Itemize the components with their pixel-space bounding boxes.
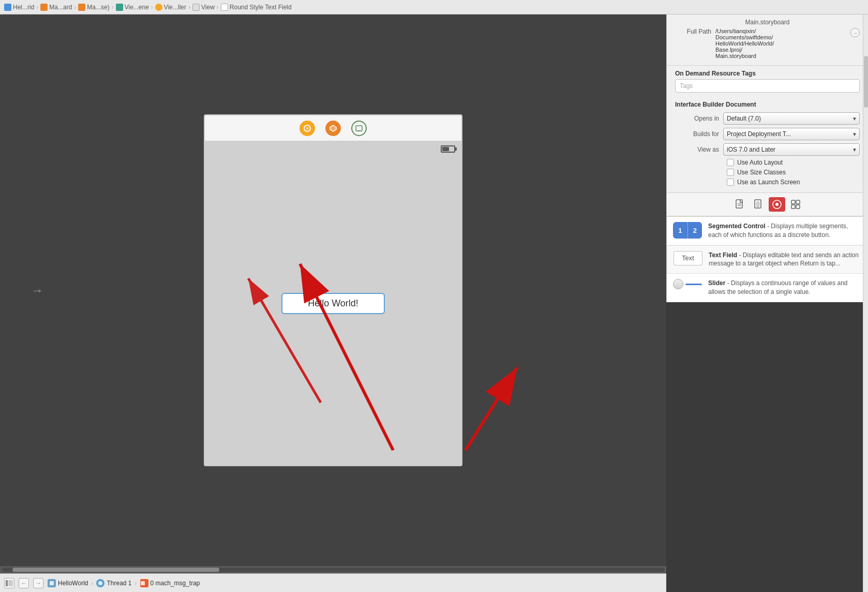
auto-layout-row: Use Auto Layout [675,159,860,166]
component-list: 1 2 Segmented Control - Displays multipl… [667,216,868,302]
view-as-dropdown[interactable]: iOS 7.0 and Later ▼ [723,143,860,156]
quick-help-icon[interactable]: {} [750,197,767,212]
bottom-sep-1: › [91,580,93,587]
breadcrumb-sep-5: › [188,4,190,11]
builds-for-row: Builds for Project Deployment T... ▼ [675,128,860,140]
builds-for-dropdown[interactable]: Project Deployment T... ▼ [723,128,860,140]
text-field-name: Text Field [709,251,737,259]
slider-preview-container [673,279,702,289]
slider-name: Slider [708,279,725,287]
right-panel: Main.storyboard Full Path /Users/tianqix… [666,14,868,302]
segmented-control-name: Segmented Control [708,223,766,230]
text-field-item[interactable]: Text Text Field - Displays editable text… [667,245,868,274]
project-small-icon [48,579,56,587]
filename-display: Main.storyboard [675,19,860,26]
iphone-screen: Hello World! [205,141,461,465]
project-icon [4,4,11,11]
bottom-toolbar: ← → HelloWorld › Thread 1 › [0,573,666,592]
mach-icon [140,579,148,587]
opens-in-dropdown[interactable]: Default (7.0) ▼ [723,112,860,125]
size-classes-row: Use Size Classes [675,169,860,176]
text-field-text: - [739,251,742,259]
breadcrumb-item-4[interactable]: Vie...ene [116,4,149,11]
size-classes-label: Use Size Classes [737,169,786,176]
breadcrumb-item-6[interactable]: View [192,4,215,11]
navigate-back-button[interactable]: ← [19,578,29,588]
breadcrumb-item-2[interactable]: Ma...ard [40,4,72,11]
fullpath-value: /Users/tianqixin/ Documents/swiftdemo/ H… [715,28,848,59]
builds-for-arrow: ▼ [852,131,857,137]
svg-rect-18 [791,200,795,204]
breadcrumb-item-1[interactable]: Hel...rid [4,4,34,11]
breadcrumb-bar: Hel...rid › Ma...ard › Ma...se) › Vie...… [0,0,868,14]
ib-section-title: Interface Builder Document [675,101,860,108]
auto-layout-label: Use Auto Layout [737,159,783,166]
scrollbar-track [2,568,664,572]
navigate-forward-button[interactable]: → [33,578,43,588]
simulator-icon-yellow [300,121,315,136]
canvas-scroll-area[interactable]: → [0,14,666,566]
segmented-control-desc: Segmented Control - Displays multiple se… [708,222,862,240]
file-inspector-icon[interactable] [731,197,748,212]
bottom-sep-2: › [135,580,137,587]
tf-preview: Text [674,251,702,265]
tags-placeholder: Tags [680,82,693,90]
mach-mini-icon [140,581,145,586]
launch-screen-row: Use as Launch Screen [675,179,860,186]
slider-text: - [727,279,731,287]
fullpath-link-button[interactable]: → [850,28,860,37]
view-icon-2 [192,4,200,11]
svg-rect-7 [8,580,13,586]
textfield-icon [221,4,228,11]
iphone-frame: Hello World! [204,114,462,466]
builds-for-label: Builds for [675,130,719,138]
slider-track [685,284,702,285]
battery-fill [442,147,449,151]
breadcrumb-item-5[interactable]: Vie...ller [155,4,186,11]
attributes-inspector-icon[interactable] [769,197,785,212]
svg-rect-10 [141,581,145,585]
seg-half-2: 2 [688,222,702,239]
breadcrumb-item-3[interactable]: Ma...se) [78,4,109,11]
project-mini-icon [49,581,54,586]
screen-icon [355,125,363,132]
svg-rect-20 [791,205,795,209]
view-as-row: View as iOS 7.0 and Later ▼ [675,143,860,156]
opens-in-label: Opens in [675,115,719,122]
right-panel-scrollbar[interactable] [863,14,868,592]
ib-section: Interface Builder Document Opens in Defa… [667,97,868,193]
auto-layout-checkbox[interactable] [727,159,734,166]
canvas-scrollbar[interactable] [0,566,666,573]
opens-in-arrow: ▼ [852,116,857,122]
sidebar-icon [6,580,13,586]
slider-preview [673,279,702,289]
bottom-breadcrumb: HelloWorld › Thread 1 › 0 mach_msg_trap [48,579,200,587]
controller-icon [155,4,162,11]
breadcrumb-sep-2: › [74,4,76,11]
view-as-label: View as [675,146,719,153]
breadcrumb-item-7[interactable]: Round Style Text Field [221,4,292,11]
launch-screen-label: Use as Launch Screen [737,179,800,186]
sidebar-toggle-button[interactable] [4,578,14,588]
slider-desc: Slider - Displays a continuous range of … [708,279,862,297]
right-panel-scrollbar-thumb [864,56,868,108]
connections-inspector-icon[interactable] [787,197,804,212]
size-classes-checkbox[interactable] [727,169,734,176]
breadcrumb-sep-6: › [217,4,219,11]
launch-screen-checkbox[interactable] [727,179,734,186]
svg-marker-2 [330,125,336,131]
right-panel-wrapper: Main.storyboard Full Path /Users/tianqix… [666,14,868,592]
slider-item[interactable]: Slider - Displays a continuous range of … [667,274,868,302]
segmented-control-item[interactable]: 1 2 Segmented Control - Displays multipl… [667,217,868,245]
fullpath-label: Full Path [675,28,711,35]
breadcrumb-sep-3: › [112,4,114,11]
hello-world-textfield[interactable]: Hello World! [281,293,385,314]
segmented-control-preview: 1 2 [673,222,702,239]
storyboard-icon-1 [40,4,48,11]
svg-rect-6 [6,580,8,586]
tags-input[interactable]: Tags [675,79,860,93]
slider-thumb [673,279,683,289]
scrollbar-thumb [12,568,219,572]
file-info-section: Main.storyboard Full Path /Users/tianqix… [667,14,868,66]
view-icon-1 [116,4,123,11]
